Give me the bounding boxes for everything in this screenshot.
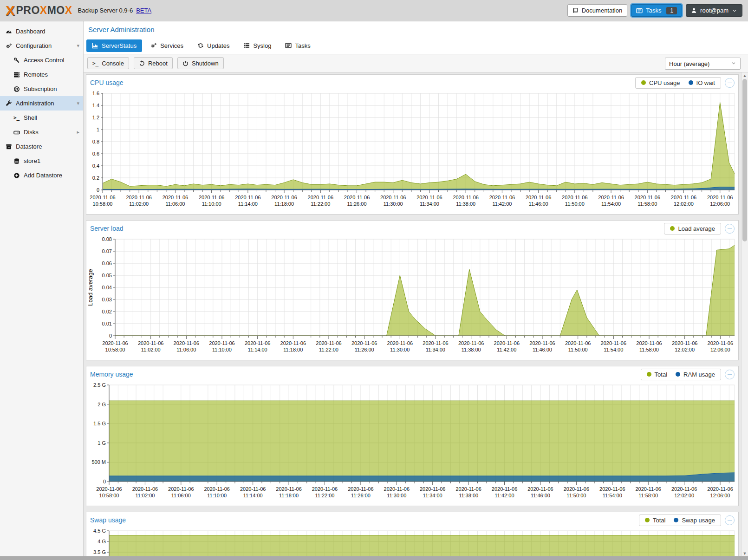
tab-tasks[interactable]: Tasks [280,39,316,52]
legend-item: Total [647,371,667,378]
collapse-panel-icon[interactable] [725,78,735,88]
legend-dot-icon [641,80,646,85]
y-tick-label: 4.5 G [93,528,106,534]
logo-text: PROXMOX [16,4,72,17]
sidebar-item-add-datastore[interactable]: Add Datastore [0,168,83,182]
collapse-arrow-icon[interactable]: ▾ [77,100,79,106]
y-axis-title: Load average [87,269,94,306]
chart-icon [92,42,98,49]
x-tick-label: 2020-11-0611:50:00 [562,195,587,207]
vertical-scrollbar[interactable]: ▲ ▼ [741,72,748,556]
chart-svg-cpu-usage: 00.20.40.60.811.21.41.62020-11-0610:58:0… [86,91,735,210]
x-tick-label: 2020-11-0611:02:00 [138,340,163,352]
legend-item: Swap usage [674,517,715,524]
sidebar-item-label: Subscription [24,85,57,92]
x-tick-label: 2020-11-0612:06:00 [707,486,733,498]
tab-serverstatus[interactable]: ServerStatus [86,39,142,52]
y-tick-label: 1.6 [92,91,99,96]
sidebar-item-label: Access Control [24,57,64,64]
documentation-button[interactable]: Documentation [567,4,627,17]
reboot-button[interactable]: Reboot [134,57,173,69]
x-tick-label: 2020-11-0611:42:00 [492,486,517,498]
x-tick-label: 2020-11-0611:10:00 [204,486,230,498]
y-tick-label: 1 G [98,440,106,446]
y-tick-label: 0.01 [102,321,112,326]
y-tick-label: 4 G [98,539,106,544]
chart-panel-memory-usage: Memory usageTotalRAM usage0500 M1 G1.5 G… [86,366,739,506]
collapse-arrow-icon[interactable]: ▾ [77,43,79,49]
console-label: Console [102,60,124,67]
x-tick-label: 2020-11-0611:58:00 [635,195,660,207]
sidebar-item-shell[interactable]: >_Shell [0,111,83,125]
x-tick-label: 2020-11-0611:34:00 [416,195,442,207]
documentation-label: Documentation [582,7,622,14]
sidebar-item-store1[interactable]: store1 [0,154,83,168]
tab-services[interactable]: Services [145,39,189,52]
chart-legend: CPU usageIO wait [635,77,721,89]
tasks-list-icon [636,7,643,14]
shutdown-button[interactable]: Shutdown [177,57,224,69]
collapse-panel-icon[interactable] [725,224,735,234]
y-tick-label: 2 G [98,402,106,407]
x-tick-label: 2020-11-0611:38:00 [455,486,481,498]
x-tick-label: 2020-11-0611:38:00 [453,195,478,207]
legend-label: Load average [678,225,715,232]
sidebar-item-label: Disks [24,129,39,136]
legend-dot-icon [674,518,678,522]
sidebar-item-configuration[interactable]: Configuration▾ [0,39,83,53]
sidebar-item-dashboard[interactable]: Dashboard [0,24,83,39]
time-range-select[interactable]: Hour (average) [665,58,741,70]
x-tick-label: 2020-11-0611:26:00 [344,195,370,207]
legend-label: CPU usage [649,79,680,86]
x-tick-label: 2020-11-0611:54:00 [599,486,625,498]
collapse-panel-icon[interactable] [725,515,735,525]
sidebar-item-datastore[interactable]: Datastore [0,139,83,154]
y-tick-label: 0.6 [92,151,99,156]
tab-label: Updates [207,42,229,49]
chart-body: 0500 M1 G1.5 G2 G2.5 G2020-11-0610:58:00… [86,382,738,506]
remotes-icon [13,72,20,78]
scrollbar-up-arrow-icon[interactable]: ▲ [741,72,748,78]
x-tick-label: 2020-11-0611:58:00 [636,340,662,352]
tab-updates[interactable]: Updates [192,39,235,52]
sidebar-item-access-control[interactable]: Access Control [0,53,83,67]
x-tick-label: 2020-11-0611:46:00 [527,486,553,498]
sidebar-item-disks[interactable]: Disks▸ [0,125,83,139]
title-row: Server Administration [84,21,748,37]
y-tick-label: 2.5 G [93,382,106,388]
key-icon [13,57,20,64]
chart-legend: Load average [664,223,721,234]
y-tick-label: 0 [109,333,112,339]
proxmox-logo: X PROXMOX [6,4,72,18]
y-tick-label: 3.5 G [93,549,106,555]
chart-panel-header: Server loadLoad average [86,221,738,236]
legend-item: Total [645,517,665,524]
chart-header-right: TotalSwap usage [639,514,735,526]
chart-body: 00.20.40.60.811.21.41.62020-11-0610:58:0… [86,91,738,214]
console-button[interactable]: >_ Console [87,57,129,69]
y-tick-label: 1.2 [92,115,99,120]
x-tick-label: 2020-11-0611:58:00 [635,486,661,498]
scrollbar-thumb[interactable] [742,79,747,241]
app-header: X PROXMOX Backup Server 0.9-6 BETA Docum… [0,0,748,21]
legend-label: Total [653,517,665,524]
y-tick-label: 0.4 [92,163,99,169]
x-tick-label: 2020-11-0611:38:00 [458,340,484,352]
sidebar-item-subscription[interactable]: Subscription [0,82,83,96]
collapse-panel-icon[interactable] [725,370,735,379]
user-menu-button[interactable]: root@pam [686,4,742,17]
sidebar-item-label: Configuration [16,42,52,49]
sidebar-item-administration[interactable]: Administration▾ [0,96,83,111]
tasklist-icon [285,42,292,49]
chart-panel-server-load: Server loadLoad average00.010.020.030.04… [86,220,739,360]
scrollbar-down-arrow-icon[interactable]: ▼ [741,550,748,556]
tasks-button[interactable]: Tasks 1 [631,4,682,17]
expand-arrow-icon[interactable]: ▸ [77,129,79,135]
sidebar-item-remotes[interactable]: Remotes [0,67,83,82]
chart-title: CPU usage [90,79,124,86]
chevron-down-icon [732,8,737,13]
tab-syslog[interactable]: Syslog [238,39,277,52]
x-tick-label: 2020-11-0611:26:00 [348,486,373,498]
beta-link[interactable]: BETA [136,7,151,14]
x-tick-label: 2020-11-0611:14:00 [235,195,260,207]
